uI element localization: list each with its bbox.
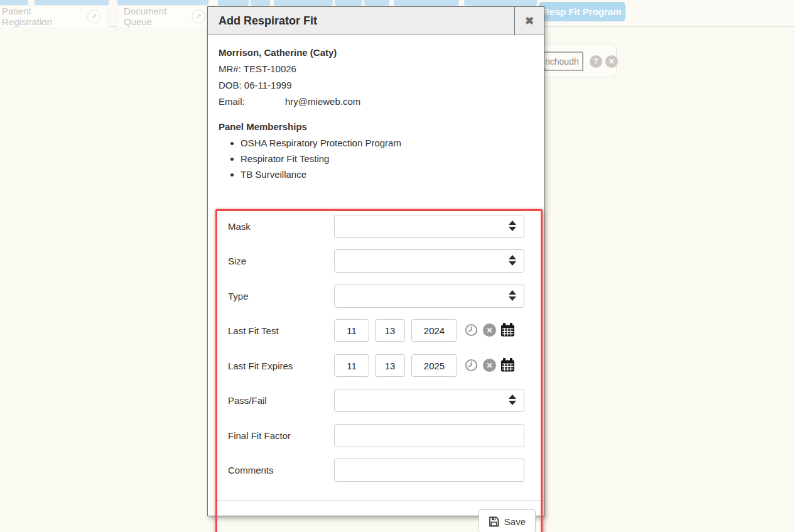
tab-label: Document Queue bbox=[124, 6, 185, 27]
year-input[interactable] bbox=[411, 354, 457, 377]
list-item: TB Surveillance bbox=[241, 169, 533, 180]
clock-icon[interactable] bbox=[465, 323, 479, 337]
patient-name: Morrison, Catherine (Caty) bbox=[219, 47, 533, 58]
tab-label: Patient Registration bbox=[2, 6, 81, 27]
list-item: Respirator Fit Testing bbox=[241, 153, 533, 164]
tab-strip-segment[interactable] bbox=[274, 0, 333, 6]
mr-label: MR#: bbox=[219, 63, 241, 74]
select-arrows-icon bbox=[509, 394, 516, 405]
field-label: Comments bbox=[228, 459, 274, 482]
tab-strip-segment[interactable] bbox=[394, 0, 459, 6]
field-label: Mask bbox=[228, 215, 251, 238]
tab-strip-segment[interactable] bbox=[251, 0, 270, 6]
panel-memberships-list: OSHA Respiratory Protection Program Resp… bbox=[219, 138, 533, 180]
type-select[interactable] bbox=[334, 285, 524, 308]
select-arrows-icon bbox=[509, 220, 516, 231]
form-row-comments: Comments bbox=[217, 459, 541, 482]
help-icon[interactable]: ? bbox=[590, 55, 602, 68]
comments-input[interactable] bbox=[334, 459, 524, 482]
external-link-circle-icon[interactable]: ↗ bbox=[87, 9, 101, 23]
size-select[interactable] bbox=[334, 249, 524, 273]
passfail-select[interactable] bbox=[334, 389, 524, 412]
tab-strip-segment[interactable] bbox=[335, 0, 362, 6]
field-label: Final Fit Factor bbox=[228, 424, 291, 447]
clear-date-icon[interactable]: ✕ bbox=[483, 359, 496, 372]
list-item: OSHA Respiratory Protection Program bbox=[241, 138, 533, 148]
field-label: Last Fit Test bbox=[228, 319, 279, 342]
month-input[interactable] bbox=[334, 319, 369, 342]
email-value: hry@mieweb.com bbox=[285, 96, 360, 107]
add-respirator-fit-dialog: Add Respirator Fit ✖ Morrison, Catherine… bbox=[207, 6, 544, 516]
highlighted-form-region: Mask Size Type bbox=[215, 209, 543, 532]
footer-divider bbox=[217, 500, 541, 501]
search-input[interactable] bbox=[542, 52, 583, 71]
field-label: Type bbox=[228, 285, 249, 308]
form-row-mask: Mask bbox=[217, 215, 541, 239]
dialog-body: Morrison, Catherine (Caty) MR#: TEST-100… bbox=[208, 35, 544, 516]
search-panel: ? ✕ bbox=[534, 45, 617, 77]
close-icon[interactable]: ✖ bbox=[514, 7, 544, 35]
year-input[interactable] bbox=[411, 319, 457, 342]
clear-date-icon[interactable]: ✕ bbox=[483, 323, 496, 337]
patient-dob-line: DOB: 06-11-1999 bbox=[219, 80, 533, 90]
field-label: Last Fit Expires bbox=[228, 354, 293, 377]
select-arrows-icon bbox=[509, 255, 516, 266]
field-label: Size bbox=[228, 249, 246, 273]
mr-value: TEST-10026 bbox=[244, 63, 296, 74]
calendar-icon[interactable] bbox=[500, 323, 514, 337]
email-label: Email: bbox=[219, 96, 285, 107]
form-row-type: Type bbox=[217, 285, 541, 308]
calendar-icon[interactable] bbox=[500, 358, 514, 372]
patient-email-line: Email:hry@mieweb.com bbox=[219, 96, 533, 107]
save-icon bbox=[489, 516, 499, 527]
tab-strip-segment[interactable] bbox=[364, 0, 389, 6]
mask-select[interactable] bbox=[334, 215, 524, 238]
dob-label: DOB: bbox=[219, 80, 242, 90]
dob-value: 06-11-1999 bbox=[244, 80, 292, 90]
patient-mr-line: MR#: TEST-10026 bbox=[219, 63, 533, 74]
tab-document-queue[interactable]: Document Queue ↗ bbox=[117, 5, 212, 27]
external-link-circle-icon[interactable]: ↗ bbox=[192, 9, 205, 23]
dialog-header[interactable]: Add Respirator Fit ✖ bbox=[208, 7, 544, 35]
dialog-title: Add Respirator Fit bbox=[208, 7, 514, 35]
tab-label: Resp Fit Program bbox=[543, 6, 621, 17]
form-row-pass-fail: Pass/Fail bbox=[217, 389, 541, 413]
panel-memberships-title: Panel Memberships bbox=[219, 121, 533, 132]
form-row-last-fit-expires: Last Fit Expires ✕ bbox=[217, 354, 541, 378]
field-label: Pass/Fail bbox=[228, 389, 267, 412]
tab-patient-registration[interactable]: Patient Registration ↗ bbox=[0, 5, 108, 27]
select-arrows-icon bbox=[509, 290, 516, 301]
form-row-final-fit-factor: Final Fit Factor bbox=[217, 424, 541, 448]
tab-resp-fit-program[interactable]: Resp Fit Program bbox=[539, 2, 625, 21]
save-button-label: Save bbox=[504, 516, 526, 527]
clock-icon[interactable] bbox=[465, 359, 479, 372]
final-fit-factor-input[interactable] bbox=[334, 424, 524, 447]
tab-strip-segment[interactable] bbox=[218, 0, 249, 6]
clear-search-icon[interactable]: ✕ bbox=[605, 55, 618, 68]
form-row-last-fit-test: Last Fit Test ✕ bbox=[217, 319, 541, 343]
day-input[interactable] bbox=[375, 319, 405, 342]
tab-strip-segment[interactable] bbox=[464, 0, 537, 6]
month-input[interactable] bbox=[334, 354, 369, 377]
form-row-size: Size bbox=[217, 249, 541, 273]
save-button[interactable]: Save bbox=[479, 509, 536, 532]
day-input[interactable] bbox=[375, 354, 405, 377]
